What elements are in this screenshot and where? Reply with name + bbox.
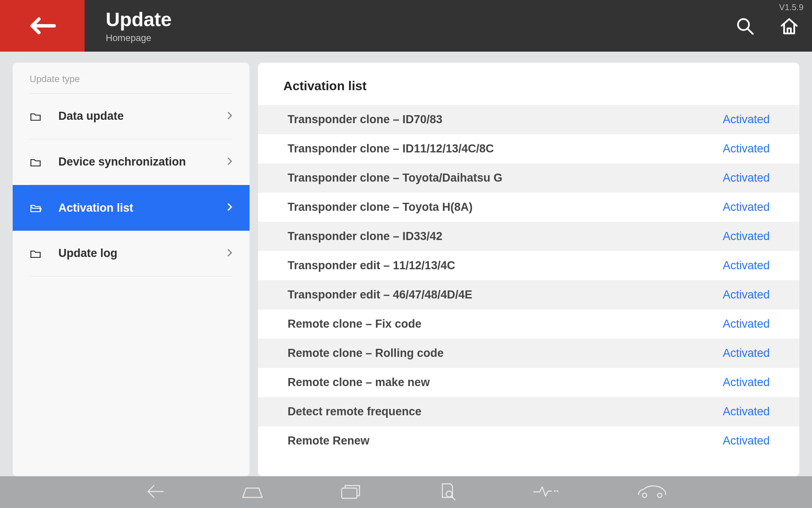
home-button[interactable]	[779, 17, 799, 35]
search-button[interactable]	[736, 17, 754, 35]
sidebar-item-label: Update log	[58, 247, 227, 260]
main-panel: Activation list Transponder clone – ID70…	[258, 63, 799, 476]
sidebar-item-update-log[interactable]: Update log	[13, 231, 250, 276]
row-status: Activated	[723, 171, 770, 185]
sidebar-header: Update type	[30, 74, 233, 94]
folder-icon	[30, 157, 43, 168]
row-status: Activated	[723, 142, 770, 155]
svg-line-4	[451, 496, 455, 500]
row-label: Remote clone – Fix code	[288, 318, 723, 331]
row-status: Activated	[723, 201, 770, 214]
header-actions	[736, 0, 799, 52]
row-status: Activated	[723, 259, 770, 272]
row-label: Remote Renew	[288, 434, 723, 447]
nav-back-button[interactable]	[145, 484, 165, 501]
sidebar-item-label: Activation list	[58, 202, 227, 215]
list-row[interactable]: Transponder clone – Toyota H(8A)Activate…	[258, 193, 799, 222]
folder-icon	[30, 248, 43, 259]
sidebar-item-device-synchronization[interactable]: Device synchronization	[13, 139, 250, 185]
row-label: Transponder clone – ID70/83	[288, 113, 723, 126]
page-title: Update	[106, 8, 172, 31]
row-status: Activated	[723, 230, 770, 243]
sidebar-item-data-update[interactable]: Data update	[13, 94, 250, 139]
nav-home-icon	[241, 484, 264, 499]
folder-icon	[30, 202, 43, 213]
nav-activity-icon	[533, 485, 560, 498]
list-row[interactable]: Remote clone – make newActivated	[258, 368, 799, 397]
nav-home-button[interactable]	[241, 484, 264, 501]
arrow-left-icon	[29, 17, 56, 35]
app-header: Update Homepage V1.5.9	[0, 0, 812, 52]
list-row[interactable]: Remote RenewActivated	[258, 426, 799, 456]
nav-recent-button[interactable]	[340, 483, 362, 502]
list-row[interactable]: Transponder edit – 11/12/13/4CActivated	[258, 251, 799, 280]
svg-point-8	[658, 493, 662, 497]
home-icon	[779, 17, 799, 35]
chevron-right-icon	[227, 202, 233, 213]
row-status: Activated	[723, 318, 770, 331]
sidebar-item-label: Data update	[58, 110, 227, 123]
row-label: Transponder clone – Toyota H(8A)	[288, 201, 723, 214]
svg-rect-2	[342, 488, 357, 498]
nav-doc-search-icon	[438, 482, 457, 501]
header-titles: Update Homepage	[106, 8, 172, 44]
search-icon	[736, 17, 754, 35]
sidebar: Update type Data updateDevice synchroniz…	[13, 63, 250, 476]
activation-list: Transponder clone – ID70/83ActivatedTran…	[258, 105, 799, 456]
row-label: Transponder clone – ID11/12/13/4C/8C	[288, 142, 723, 155]
sidebar-item-label: Device synchronization	[58, 155, 227, 168]
row-label: Transponder clone – ID33/42	[288, 230, 723, 243]
row-label: Remote clone – make new	[288, 376, 723, 389]
back-button[interactable]	[0, 0, 85, 52]
row-status: Activated	[723, 288, 770, 301]
row-label: Remote clone – Rolling code	[288, 347, 723, 360]
nav-recent-icon	[340, 483, 362, 500]
list-row[interactable]: Remote clone – Fix codeActivated	[258, 309, 799, 339]
chevron-right-icon	[227, 157, 233, 168]
svg-point-7	[642, 493, 647, 497]
chevron-right-icon	[227, 248, 233, 259]
list-row[interactable]: Detect remote frequenceActivated	[258, 397, 799, 426]
system-nav-bar	[0, 476, 812, 508]
list-row[interactable]: Remote clone – Rolling codeActivated	[258, 339, 799, 368]
nav-car-icon	[636, 484, 667, 499]
row-label: Transponder edit – 46/47/48/4D/4E	[288, 288, 723, 301]
nav-activity-button[interactable]	[533, 485, 560, 500]
list-row[interactable]: Transponder clone – ID11/12/13/4C/8CActi…	[258, 134, 799, 163]
list-row[interactable]: Transponder clone – Toyota/Daihatsu GAct…	[258, 163, 799, 193]
row-label: Transponder edit – 11/12/13/4C	[288, 259, 723, 272]
list-row[interactable]: Transponder edit – 46/47/48/4D/4EActivat…	[258, 280, 799, 309]
row-status: Activated	[723, 376, 770, 389]
row-label: Transponder clone – Toyota/Daihatsu G	[288, 171, 723, 185]
svg-point-6	[557, 490, 558, 492]
content-area: Update type Data updateDevice synchroniz…	[0, 52, 812, 476]
row-status: Activated	[723, 113, 770, 126]
chevron-right-icon	[227, 111, 233, 122]
row-status: Activated	[723, 405, 770, 418]
list-row[interactable]: Transponder clone – ID70/83Activated	[258, 105, 799, 134]
svg-point-5	[554, 490, 556, 492]
svg-line-1	[748, 29, 753, 34]
row-status: Activated	[723, 434, 770, 447]
nav-vehicle-button[interactable]	[636, 484, 667, 500]
row-status: Activated	[723, 347, 770, 360]
main-title: Activation list	[258, 79, 799, 105]
nav-back-icon	[145, 484, 165, 499]
list-row[interactable]: Transponder clone – ID33/42Activated	[258, 222, 799, 251]
row-label: Detect remote frequence	[288, 405, 723, 418]
sidebar-item-activation-list[interactable]: Activation list	[13, 185, 250, 231]
folder-icon	[30, 111, 43, 122]
page-subtitle: Homepage	[106, 33, 172, 44]
nav-search-button[interactable]	[438, 482, 457, 502]
